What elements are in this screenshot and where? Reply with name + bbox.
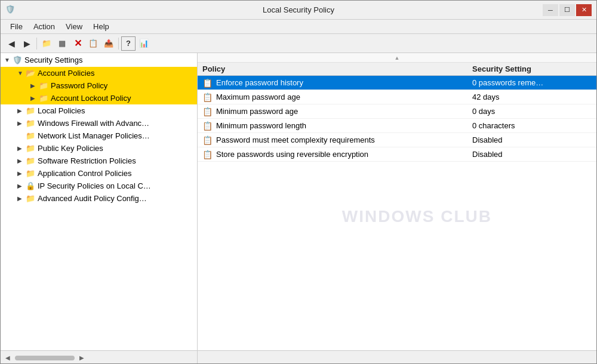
sidebar-item-ip-security[interactable]: ▶ 🔒 IP Security Policies on Local C… [1,180,197,192]
main-layout: ▼ 🛡️ Security Settings ▼ 📂 Account Polic… [1,53,596,350]
root-icon: 🛡️ [13,55,22,64]
menu-view[interactable]: View [61,21,87,32]
policy-row-enforce-password-history[interactable]: 📋 Enforce password history 0 passwords r… [198,76,596,90]
label-local-policies: Local Policies [38,106,85,115]
toolbar: ◀ ▶ 📁 ▦ ✕ 📋 📤 ? 📊 [1,34,596,53]
policy-setting-2: 42 days [472,92,592,101]
scroll-arrow-up: ▲ [395,55,400,61]
sidebar-item-application-control[interactable]: ▶ 📁 Application Control Policies [1,167,197,180]
sidebar-item-windows-firewall[interactable]: ▶ 📁 Windows Firewall with Advanc… [1,117,197,129]
menu-action[interactable]: Action [29,21,60,32]
folder-icon-network: 📁 [26,131,35,140]
label-public-key: Public Key Policies [38,144,103,153]
label-account-policies: Account Policies [38,69,94,78]
sidebar-item-software-restriction[interactable]: ▶ 📁 Software Restriction Policies [1,155,197,167]
expand-arrow-password-policy: ▶ [30,82,36,89]
scrollbar-area[interactable]: ◀ ▶ [5,354,192,361]
folder-icon-software: 📁 [26,156,35,165]
policy-row-reversible-encryption[interactable]: 📋 Store passwords using reversible encry… [198,147,596,162]
policy-name-cell-6: 📋 Store passwords using reversible encry… [202,150,472,159]
policy-label-5: Password must meet complexity requiremen… [216,135,375,144]
policy-name-cell: 📋 Enforce password history [202,78,472,88]
sidebar-item-account-policies[interactable]: ▼ 📂 Account Policies [1,67,197,79]
status-bar-left: ◀ ▶ [1,351,198,364]
label-advanced-audit: Advanced Audit Policy Config… [38,194,147,203]
expand-arrow-audit: ▶ [17,195,23,202]
back-button[interactable]: ◀ [4,36,19,51]
policy-row-minimum-password-age[interactable]: 📋 Minimum password age 0 days [198,104,596,119]
expand-arrow-account-policies: ▼ [17,70,23,76]
doc-icon-button[interactable]: 📋 [86,36,100,51]
expand-arrow-appcontrol: ▶ [17,170,23,177]
folder-icon-button[interactable]: 📁 [39,36,54,51]
policy-icon-1: 📋 [202,78,213,88]
policy-label-4: Minimum password length [216,121,306,130]
menu-file[interactable]: File [5,21,27,32]
folder-icon-firewall: 📁 [26,119,35,128]
policy-table: 📋 Enforce password history 0 passwords r… [198,76,596,350]
title-bar: 🛡️ Local Security Policy ─ ☐ ✕ [1,1,596,20]
policy-table-header: Policy Security Setting [198,63,596,76]
scroll-right-arrow[interactable]: ▶ [79,354,84,361]
policy-icon-3: 📋 [202,107,213,116]
sidebar-item-advanced-audit[interactable]: ▶ 📁 Advanced Audit Policy Config… [1,192,197,205]
label-account-lockout-policy: Account Lockout Policy [51,94,131,103]
sidebar-item-password-policy[interactable]: ▶ 📁 Password Policy [1,79,197,92]
policy-icon-5: 📋 [202,135,213,145]
policy-setting-3: 0 days [472,107,592,116]
app-icon: 🛡️ [5,5,16,16]
folder-icon-appcontrol: 📁 [26,169,35,178]
expand-arrow-lockout: ▶ [30,95,36,101]
export-button[interactable]: 📤 [101,36,116,51]
policy-name-cell-5: 📋 Password must meet complexity requirem… [202,135,472,145]
extra-button[interactable]: 📊 [137,36,151,51]
folder-icon-password-policy: 📁 [39,81,48,90]
policy-setting-1: 0 passwords reme… [472,78,592,87]
toolbar-separator-1 [36,38,37,50]
sidebar-item-network-list[interactable]: ▶ 📁 Network List Manager Policies… [1,129,197,142]
title-bar-left: 🛡️ [5,5,16,16]
column-header-policy: Policy [202,64,472,73]
expand-arrow-publickey: ▶ [17,145,23,152]
sidebar-item-local-policies[interactable]: ▶ 📁 Local Policies [1,104,197,117]
minimize-button[interactable]: ─ [543,4,558,16]
policy-label-2: Maximum password age [216,92,300,101]
policy-icon-6: 📋 [202,150,213,159]
menu-help[interactable]: Help [88,21,114,32]
policy-label-6: Store passwords using reversible encrypt… [216,150,368,159]
forward-button[interactable]: ▶ [20,36,34,51]
status-bar: ◀ ▶ [1,350,596,364]
folder-icon-local: 📁 [26,106,35,115]
policy-row-password-complexity[interactable]: 📋 Password must meet complexity requirem… [198,133,596,147]
policy-setting-4: 0 characters [472,121,592,130]
policy-setting-5: Disabled [472,135,592,144]
folder-icon-ipsec: 🔒 [26,181,35,190]
expand-arrow-software: ▶ [17,158,23,164]
folder-icon-account-policies: 📂 [26,69,35,78]
scroll-left-arrow[interactable]: ◀ [5,354,10,361]
maximize-button[interactable]: ☐ [559,4,575,16]
label-ip-security: IP Security Policies on Local C… [38,181,151,190]
expand-arrow-firewall: ▶ [17,120,23,127]
expand-arrow-local: ▶ [17,107,23,114]
grid-icon-button[interactable]: ▦ [55,36,69,51]
policy-setting-6: Disabled [472,150,592,159]
policy-label-1: Enforce password history [216,78,303,87]
sidebar-item-public-key[interactable]: ▶ 📁 Public Key Policies [1,142,197,155]
scrollbar-thumb[interactable] [15,356,75,360]
label-windows-firewall: Windows Firewall with Advanc… [38,119,149,128]
label-password-policy: Password Policy [51,81,107,90]
policy-name-cell-4: 📋 Minimum password length [202,121,472,131]
policy-row-maximum-password-age[interactable]: 📋 Maximum password age 42 days [198,90,596,104]
sidebar-item-account-lockout-policy[interactable]: ▶ 📁 Account Lockout Policy [1,92,197,104]
window-controls: ─ ☐ ✕ [543,4,592,16]
policy-icon-4: 📋 [202,121,213,131]
policy-row-minimum-password-length[interactable]: 📋 Minimum password length 0 characters [198,119,596,133]
close-button[interactable]: ✕ [576,4,592,16]
help-button[interactable]: ? [121,36,136,51]
tree-root-security-settings[interactable]: ▼ 🛡️ Security Settings [1,53,197,67]
menu-bar: File Action View Help [1,20,596,34]
policy-name-cell-2: 📋 Maximum password age [202,92,472,102]
policy-icon-2: 📋 [202,92,213,102]
delete-button[interactable]: ✕ [70,36,85,51]
